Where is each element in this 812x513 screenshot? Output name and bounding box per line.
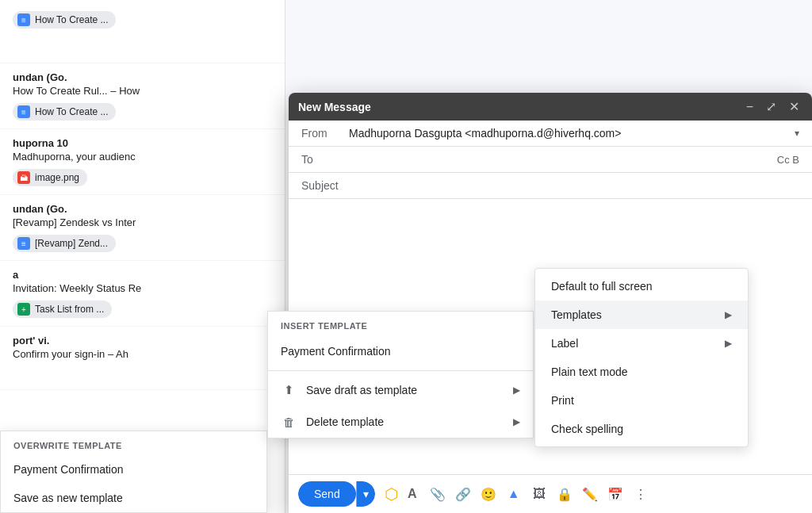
send-button[interactable]: Send <box>298 481 356 507</box>
list-item[interactable]: a Invitation: Weekly Status Re + Task Li… <box>0 261 285 327</box>
email-chip[interactable]: ≡ How To Create ... <box>13 103 116 121</box>
attach-button[interactable]: 📎 <box>427 483 449 505</box>
delete-template-button[interactable]: 🗑 Delete template ▶ <box>268 406 533 438</box>
more-options-button[interactable]: ⋮ <box>630 483 652 505</box>
formatting-button[interactable]: A <box>401 483 423 505</box>
save-draft-button[interactable]: ⬆ Save draft as template ▶ <box>268 374 533 406</box>
chip-label: [Revamp] Zend... <box>35 238 108 249</box>
chip-label: How To Create ... <box>35 106 108 117</box>
from-dropdown-arrow[interactable]: ▾ <box>795 128 799 139</box>
image-button[interactable]: 🖼 <box>528 483 550 505</box>
print-label: Print <box>551 394 574 407</box>
compose-controls: − ⤢ ✕ <box>743 99 802 114</box>
send-button-group[interactable]: Send ▾ <box>298 481 375 507</box>
email-subject: Madhuporna, your audienc <box>13 151 272 163</box>
task-icon: + <box>17 303 30 316</box>
subject-label: Subject <box>301 179 349 192</box>
delete-template-label: Delete template <box>306 415 384 428</box>
delete-arrow: ▶ <box>513 416 520 427</box>
label-label: Label <box>551 337 578 350</box>
chip-label: Task List from ... <box>35 304 104 315</box>
overwrite-template-dropdown: OVERWRITE TEMPLATE Payment Confirmation … <box>0 431 267 513</box>
to-field[interactable]: To Cc B <box>289 147 812 173</box>
delete-icon: 🗑 <box>281 414 297 430</box>
doc-icon: ≡ <box>17 105 30 118</box>
email-chip[interactable]: 🏔 image.png <box>13 169 87 186</box>
context-menu-item-plaintext[interactable]: Plain text mode <box>535 358 748 386</box>
compose-title: New Message <box>298 101 371 113</box>
list-item[interactable]: undan (Go. How To Create Rul... – How ≡ … <box>0 63 285 129</box>
sender-name: a <box>13 269 272 281</box>
drive-button[interactable]: ▲ <box>503 483 525 505</box>
cc-bcc-label[interactable]: Cc B <box>777 154 799 166</box>
send-dropdown-button[interactable]: ▾ <box>356 481 375 507</box>
overwrite-section-title: OVERWRITE TEMPLATE <box>1 431 266 455</box>
chip-label: image.png <box>35 172 79 183</box>
context-menu: Default to full screen Templates ▶ Label… <box>534 268 749 447</box>
schedule-button[interactable]: 📅 <box>604 483 626 505</box>
plaintext-label: Plain text mode <box>551 366 628 378</box>
email-subject: How To Create Rul... – How <box>13 85 272 97</box>
context-menu-item-label[interactable]: Label ▶ <box>535 329 748 358</box>
email-chip[interactable]: ≡ How To Create ... <box>13 11 116 29</box>
to-label: To <box>301 153 349 166</box>
email-subject: [Revamp] Zendesk vs Inter <box>13 216 272 228</box>
insert-template-item[interactable]: Payment Confirmation <box>268 335 533 367</box>
image-icon: 🏔 <box>17 171 30 184</box>
email-chip[interactable]: ≡ [Revamp] Zend... <box>13 235 116 252</box>
signature-button[interactable]: ✏️ <box>579 483 601 505</box>
doc-icon: ≡ <box>17 13 30 26</box>
email-chip[interactable]: + Task List from ... <box>13 301 112 318</box>
compose-toolbar: Send ▾ ⬡ A 📎 🔗 🙂 ▲ 🖼 🔒 ✏️ 📅 ⋮ <box>289 474 812 513</box>
from-label: From <box>301 127 349 140</box>
subject-field[interactable]: Subject <box>289 173 812 199</box>
insert-section-title: INSERT TEMPLATE <box>268 312 533 335</box>
list-item[interactable]: port' vi. Confirm your sign-in – Ah <box>0 327 285 390</box>
hiver-icon[interactable]: ⬡ <box>385 484 398 503</box>
templates-label: Templates <box>551 308 602 321</box>
sender-name: undan (Go. <box>13 203 272 215</box>
close-button[interactable]: ✕ <box>786 99 802 114</box>
divider <box>268 370 533 371</box>
from-field: From Madhuporna Dasgupta <madhuporna.d@h… <box>289 121 812 147</box>
sender-name: undan (Go. <box>13 71 272 83</box>
link-button[interactable]: 🔗 <box>452 483 474 505</box>
fullscreen-label: Default to full screen <box>551 280 653 293</box>
templates-arrow: ▶ <box>725 309 732 320</box>
overwrite-template-item[interactable]: Payment Confirmation <box>1 455 266 484</box>
sender-name: huporna 10 <box>13 137 272 149</box>
minimize-button[interactable]: − <box>743 99 756 114</box>
compose-header: New Message − ⤢ ✕ <box>289 93 812 121</box>
save-draft-arrow: ▶ <box>513 385 520 396</box>
context-menu-item-templates[interactable]: Templates ▶ <box>535 301 748 329</box>
chip-label: How To Create ... <box>35 14 108 25</box>
email-subject: Confirm your sign-in – Ah <box>13 348 272 360</box>
label-arrow: ▶ <box>725 338 732 349</box>
list-item[interactable]: undan (Go. [Revamp] Zendesk vs Inter ≡ [… <box>0 195 285 261</box>
lock-button[interactable]: 🔒 <box>553 483 576 505</box>
context-menu-item-fullscreen[interactable]: Default to full screen <box>535 272 748 301</box>
doc-icon: ≡ <box>17 237 30 250</box>
list-item[interactable]: huporna 10 Madhuporna, your audienc 🏔 im… <box>0 129 285 195</box>
save-draft-label: Save draft as template <box>306 384 417 396</box>
spellcheck-label: Check spelling <box>551 423 623 435</box>
email-subject: Invitation: Weekly Status Re <box>13 282 272 294</box>
save-new-template-item[interactable]: Save as new template <box>1 484 266 512</box>
insert-template-dropdown: INSERT TEMPLATE Payment Confirmation ⬆ S… <box>267 311 534 438</box>
context-menu-item-print[interactable]: Print <box>535 386 748 415</box>
from-value: Madhuporna Dasgupta <madhuporna.d@hiverh… <box>349 127 790 140</box>
sender-name: port' vi. <box>13 335 272 346</box>
save-draft-icon: ⬆ <box>281 382 297 398</box>
list-item[interactable]: ≡ How To Create ... <box>0 0 285 63</box>
emoji-button[interactable]: 🙂 <box>477 483 500 505</box>
context-menu-item-spellcheck[interactable]: Check spelling <box>535 415 748 443</box>
expand-button[interactable]: ⤢ <box>763 99 779 114</box>
